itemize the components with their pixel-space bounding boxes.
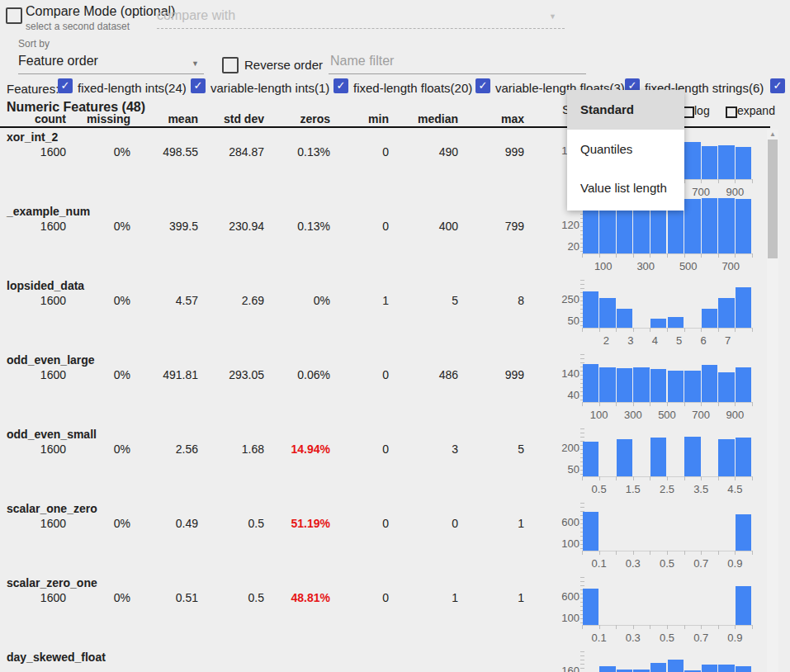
cell-zeros: 48.81%: [272, 591, 330, 604]
feature-row: _example_num 1600 0% 399.5 230.94 0.13% …: [0, 202, 790, 277]
cell-zeros: 0.13%: [272, 220, 330, 233]
feature-type-checkbox[interactable]: ✓: [58, 78, 73, 93]
log-label: log: [694, 104, 710, 117]
cell-zeros: 0%: [272, 294, 330, 307]
compare-with-select[interactable]: compare with ▼: [157, 7, 565, 29]
reverse-order-checkbox[interactable]: [222, 57, 239, 73]
histogram-bar: [736, 514, 752, 551]
cell-stddev: 230.94: [206, 220, 264, 233]
scrollbar-thumb[interactable]: [768, 140, 778, 258]
y-axis-ticks: [580, 651, 584, 672]
x-axis-label: 900: [718, 186, 751, 198]
compare-mode-checkbox[interactable]: [6, 7, 22, 24]
menu-item-value-list-length[interactable]: Value list length: [567, 168, 684, 207]
cell-stddev: 293.05: [206, 368, 264, 381]
cell-missing: 0%: [74, 294, 130, 307]
cell-median: 486: [396, 368, 458, 381]
histogram-bar: [736, 438, 752, 476]
scroll-up-icon[interactable]: ▲: [767, 130, 778, 138]
cell-stddev: 2.69: [206, 294, 264, 307]
histogram-bar: [599, 666, 616, 672]
y-axis-label: 140: [545, 367, 579, 380]
histogram-bar: [617, 309, 633, 328]
x-axis-ticks: [582, 476, 753, 480]
feature-row: odd_even_small 1600 0% 2.56 1.68 14.94% …: [0, 425, 790, 499]
x-axis-ticks: [582, 253, 753, 258]
compare-mode-sublabel: select a second dataset: [26, 21, 130, 32]
x-axis-label: 500: [672, 260, 705, 272]
cell-mean: 4.57: [140, 294, 198, 307]
feature-type-checkbox[interactable]: ✓: [770, 78, 785, 93]
cell-median: 5: [396, 294, 458, 307]
histogram-bar: [583, 291, 599, 328]
menu-item-quantiles[interactable]: Quantiles: [567, 130, 684, 168]
scrollbar[interactable]: ▲: [767, 130, 778, 672]
expand-checkbox[interactable]: [726, 106, 737, 118]
histogram-bar: [736, 586, 752, 625]
feature-type-checkbox[interactable]: ✓: [475, 78, 490, 93]
column-header-min: min: [334, 112, 389, 125]
cell-max: 1: [462, 517, 524, 530]
x-axis-label: 900: [718, 409, 751, 421]
log-checkbox[interactable]: [683, 106, 694, 118]
feature-histogram: 14040100300500700900: [545, 351, 763, 425]
cell-mean: 498.55: [140, 145, 198, 159]
sort-order-select[interactable]: Feature order ▼: [18, 51, 204, 74]
x-axis-label: 500: [650, 409, 684, 421]
x-axis-label: 0.1: [583, 557, 616, 570]
feature-name: odd_even_small: [7, 428, 97, 441]
histogram-bar: [617, 439, 633, 476]
reverse-order-label: Reverse order: [244, 58, 323, 72]
y-axis-label: 600: [545, 590, 579, 603]
feature-type-checkbox[interactable]: ✓: [191, 78, 206, 93]
y-axis-label: 50: [545, 463, 579, 476]
x-axis-label: 0.7: [684, 557, 717, 570]
chart-mode-menu: Standard Quantiles Value list length: [567, 90, 684, 211]
cell-median: 0: [396, 517, 458, 530]
cell-min: 0: [334, 145, 389, 159]
cell-median: 490: [396, 145, 458, 159]
x-axis-label: 1.5: [617, 483, 650, 495]
y-axis-label: 250: [545, 293, 579, 305]
cell-max: 999: [462, 368, 524, 381]
x-axis-ticks: [582, 328, 753, 332]
histogram-bar: [736, 367, 752, 402]
y-axis-label: 40: [545, 389, 579, 401]
cell-count: 1600: [0, 517, 66, 530]
cell-min: 0: [334, 442, 389, 456]
feature-histogram: 12020100300500700: [545, 202, 763, 277]
feature-histogram: 25050234567: [545, 277, 763, 351]
expand-label: expand: [737, 104, 775, 117]
cell-mean: 491.81: [140, 368, 198, 381]
histogram-bar: [736, 147, 752, 179]
feature-type-checkbox[interactable]: ✓: [334, 78, 348, 93]
feature-row: odd_even_large 1600 0% 491.81 293.05 0.0…: [0, 351, 790, 425]
histogram-bar: [650, 319, 667, 328]
x-axis-ticks: [582, 551, 753, 555]
name-filter-input[interactable]: Name filter: [329, 51, 586, 74]
menu-item-standard[interactable]: Standard: [567, 90, 684, 130]
histogram-bar: [583, 442, 599, 476]
compare-with-placeholder: compare with: [157, 8, 235, 23]
histogram-bar: [736, 666, 752, 672]
feature-histogram: 200500.51.52.53.54.5: [545, 425, 763, 499]
y-axis-label: 200: [545, 442, 579, 454]
chevron-down-icon: ▼: [192, 59, 199, 68]
feature-name: scalar_zero_one: [7, 576, 97, 589]
histogram-bar: [702, 665, 718, 672]
feature-name: _example_num: [7, 205, 90, 218]
features-label: Features:: [7, 82, 59, 96]
cell-mean: 0.49: [140, 517, 198, 530]
histogram-bar: [718, 372, 735, 402]
feature-type-label: fixed-length ints(24): [78, 81, 187, 95]
cell-zeros: 14.94%: [272, 442, 330, 456]
cell-min: 0: [334, 368, 389, 381]
column-header-count: count: [0, 112, 66, 125]
feature-name: odd_even_large: [7, 353, 95, 367]
x-axis-label: 0.5: [650, 557, 684, 570]
x-axis-ticks: [582, 402, 753, 406]
y-axis-label: 100: [545, 612, 579, 624]
x-axis-label: 100: [583, 409, 616, 421]
x-axis-label: 0.5: [583, 483, 616, 495]
x-axis-label: 0.5: [650, 632, 684, 644]
